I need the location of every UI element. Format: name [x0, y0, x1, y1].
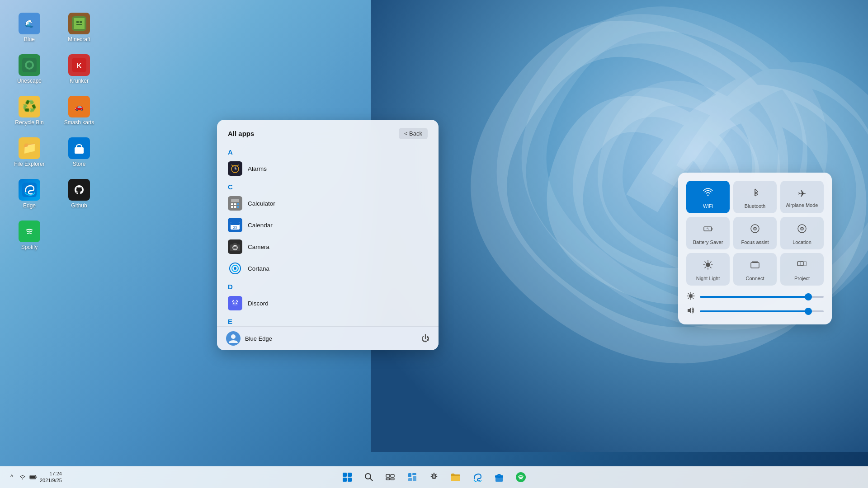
edge-desktop-icon-img: [19, 179, 40, 201]
svg-line-75: [710, 267, 711, 268]
clock-date: 2021/9/25: [40, 477, 62, 484]
nightlight-icon: [703, 259, 713, 273]
svg-line-96: [370, 479, 373, 481]
svg-rect-92: [348, 473, 352, 477]
tray-chevron[interactable]: ^: [7, 473, 16, 482]
svg-rect-114: [30, 476, 35, 479]
qs-tile-bluetooth[interactable]: Bluetooth: [733, 181, 777, 213]
battery-saver-icon: [703, 223, 713, 237]
svg-rect-100: [391, 478, 394, 480]
svg-rect-104: [413, 476, 416, 481]
qs-tile-battery[interactable]: Battery Saver: [686, 217, 730, 249]
app-item-discord[interactable]: Discord: [224, 292, 431, 314]
svg-point-69: [706, 263, 710, 267]
start-menu-header: All apps < Back: [217, 120, 439, 145]
svg-point-54: [236, 303, 237, 304]
desktop-icon-krunker[interactable]: K Krunker: [59, 51, 99, 88]
qs-tile-location[interactable]: Location: [780, 217, 824, 249]
svg-rect-103: [408, 478, 412, 481]
start-menu: All apps < Back A Alarms C Calculator 25…: [217, 120, 439, 350]
svg-rect-39: [231, 222, 240, 225]
qs-sliders: [686, 292, 824, 316]
footer-user[interactable]: Blue Edge: [226, 331, 272, 346]
svg-rect-102: [412, 473, 416, 475]
svg-point-65: [755, 228, 755, 229]
start-button[interactable]: [338, 468, 356, 486]
svg-rect-32: [234, 203, 236, 205]
apps-list: A Alarms C Calculator 25 Calendar Camera: [217, 145, 439, 326]
desktop-icon-spotify[interactable]: Spotify: [9, 217, 50, 254]
airplane-label: Airplane Mode: [786, 202, 818, 208]
brightness-slider[interactable]: [700, 296, 824, 298]
smash-icon-img: 🚗: [68, 96, 90, 117]
svg-point-10: [27, 62, 32, 68]
svg-line-88: [693, 298, 693, 299]
tray-battery[interactable]: [29, 473, 38, 482]
volume-slider[interactable]: [700, 310, 824, 312]
back-button[interactable]: < Back: [399, 128, 428, 139]
desktop-icon-store[interactable]: Store: [59, 134, 99, 171]
unescape-icon-img: [19, 54, 40, 76]
settings-taskbar-button[interactable]: [425, 468, 443, 486]
qs-tile-nightlight[interactable]: Night Light: [686, 253, 730, 286]
qs-tile-focus[interactable]: Focus assist: [733, 217, 777, 249]
svg-line-77: [710, 262, 711, 263]
store-taskbar-button[interactable]: [490, 468, 508, 486]
system-clock[interactable]: 17:24 2021/9/25: [40, 470, 62, 484]
svg-rect-30: [231, 199, 239, 202]
github-icon-img: [68, 179, 90, 201]
location-icon: [797, 223, 807, 237]
desktop-icon-blue[interactable]: 🌊 Blue: [9, 9, 50, 46]
svg-rect-97: [386, 474, 390, 477]
desktop-icon-recycle[interactable]: ♻️ Recycle Bin: [9, 92, 50, 129]
svg-rect-110: [495, 475, 503, 478]
project-icon: [797, 259, 807, 273]
desktop-icon-edge[interactable]: Edge: [9, 175, 50, 212]
svg-point-68: [802, 228, 802, 229]
start-menu-footer: Blue Edge ⏻: [217, 326, 439, 350]
tray-wifi[interactable]: [18, 473, 27, 482]
svg-text:K: K: [77, 62, 81, 69]
brightness-slider-row: [686, 292, 824, 302]
brightness-icon: [686, 292, 695, 302]
svg-point-59: [231, 334, 236, 339]
qs-tile-airplane[interactable]: ✈ Airplane Mode: [780, 181, 824, 213]
footer-username: Blue Edge: [245, 335, 272, 342]
widgets-button[interactable]: [403, 468, 421, 486]
airplane-icon: ✈: [798, 188, 806, 200]
svg-rect-40: [233, 221, 234, 223]
qs-tile-connect[interactable]: Connect: [733, 253, 777, 286]
search-button[interactable]: [360, 468, 378, 486]
connect-icon: [750, 259, 760, 273]
app-item-cortana[interactable]: Cortana: [224, 258, 431, 279]
svg-rect-34: [231, 206, 233, 208]
desktop-icon-fileexplorer[interactable]: 📁 File Explorer: [9, 134, 50, 171]
spotify-taskbar-button[interactable]: [512, 468, 530, 486]
power-button[interactable]: ⏻: [421, 334, 429, 343]
fileexplorer-taskbar-button[interactable]: [447, 468, 465, 486]
desktop-icon-smash[interactable]: 🚗 Smash karts: [59, 92, 99, 129]
desktop-icon-minecraft[interactable]: Minecraft: [59, 9, 99, 46]
calendar-label: Calendar: [248, 222, 273, 229]
app-item-alarms[interactable]: Alarms: [224, 158, 431, 179]
focus-label: Focus assist: [741, 239, 769, 245]
svg-rect-6: [80, 21, 82, 23]
alarms-icon: [228, 161, 242, 176]
volume-slider-row: [686, 306, 824, 316]
desktop-icon-unescape[interactable]: Unescape: [9, 51, 50, 88]
qs-tile-wifi[interactable]: WiFi: [686, 181, 730, 213]
svg-rect-41: [236, 221, 237, 223]
connect-label: Connect: [746, 276, 764, 281]
desktop-icon-github[interactable]: Github: [59, 175, 99, 212]
taskbar: ^ 17:24 2021/9/25: [0, 466, 868, 488]
qs-tile-project[interactable]: Project: [780, 253, 824, 286]
app-item-calculator[interactable]: Calculator: [224, 192, 431, 214]
taskview-button[interactable]: [382, 468, 400, 486]
app-item-camera[interactable]: Camera: [224, 236, 431, 258]
edge-taskbar-button[interactable]: [468, 468, 486, 486]
app-item-calendar[interactable]: 25 Calendar: [224, 214, 431, 236]
store-icon-label: Store: [73, 161, 86, 167]
svg-text:♻️: ♻️: [22, 99, 37, 113]
smash-icon-label: Smash karts: [64, 119, 94, 126]
svg-rect-47: [233, 243, 237, 245]
